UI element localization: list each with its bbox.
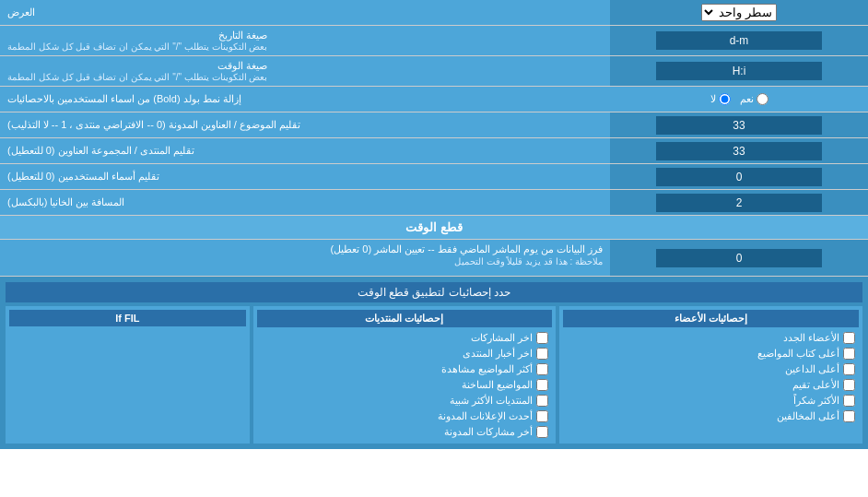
forum-trim-input-cell [610,138,868,163]
checkbox-blog-posts[interactable] [536,426,548,438]
radio-no-label[interactable]: لا [710,93,731,105]
checkbox-top-violators[interactable] [843,410,855,422]
time-filter-sublabel: ملاحظة : هذا قد يزيد قليلاً وقت التحميل [454,256,603,266]
forum-trim-title: تقليم المنتدى / المجموعة العناوين (0 للت… [7,145,194,157]
forum-trim-label: تقليم المنتدى / المجموعة العناوين (0 للت… [0,138,610,163]
date-format-label: صيغة التاريخ بعض التكوينات يتطلب "/" الت… [0,26,610,55]
time-format-input-cell [610,56,868,86]
checkbox-item: أعلى كتاب المواضيع [563,346,859,361]
checkbox-item: أعلى المخالفين [563,408,859,424]
checkbox-most-viewed[interactable] [536,363,548,375]
checkbox-most-forums[interactable] [536,395,548,407]
users-trim-row: تقليم أسماء المستخدمين (0 للتعطيل) [0,164,868,190]
stats-col-members-title: إحصائيات الأعضاء [563,310,859,327]
date-format-sublabel: بعض التكوينات يتطلب "/" التي يمكن ان تضا… [7,41,267,52]
checkbox-item: اخر المشاركات [257,330,553,346]
users-trim-input-cell [610,164,868,189]
users-trim-input[interactable] [656,168,822,186]
time-format-label: صيغة الوقت بعض التكوينات يتطلب "/" التي … [0,56,610,86]
radio-no[interactable] [719,93,731,105]
checkbox-item: المنتديات الأكثر شبية [257,393,553,408]
col-space-title: المسافة بين الخانيا (بالبكسل) [7,196,125,208]
users-trim-title: تقليم أسماء المستخدمين (0 للتعطيل) [7,171,159,183]
stats-col-forum-title: إحصائيات المنتديات [257,310,553,327]
checkbox-item: الأكثر شكراً [563,393,859,408]
time-format-row: صيغة الوقت بعض التكوينات يتطلب "/" التي … [0,56,868,87]
stats-col-members: إحصائيات الأعضاء الأعضاء الجدد أعلى كتاب… [559,306,862,444]
stats-header: حدد إحصائيات لتطبيق قطع الوقت [6,282,862,302]
checkbox-item: الأعلى تقيم [563,377,859,393]
header-row: العرض سطر واحد سطرين ثلاثة أسطر [0,0,868,26]
checkbox-most-thanks[interactable] [843,395,855,407]
topics-trim-input-cell [610,112,868,137]
bold-remove-label: إزالة نمط بولد (Bold) من اسماء المستخدمي… [0,87,610,112]
checkbox-item: أعلى الداعين [563,361,859,377]
forum-trim-row: تقليم المنتدى / المجموعة العناوين (0 للت… [0,138,868,164]
time-filter-row: فرز البيانات من يوم الماشر الماضي فقط --… [0,240,868,277]
time-format-input[interactable] [656,62,822,80]
col-space-input-cell [610,190,868,215]
date-format-input-cell [610,26,868,55]
checkbox-top-inviters[interactable] [843,363,855,375]
checkbox-item: المواضيع الساخنة [257,377,553,393]
display-input-cell: سطر واحد سطرين ثلاثة أسطر [610,0,868,25]
date-format-input[interactable] [656,31,822,50]
time-format-sublabel: بعض التكوينات يتطلب "/" التي يمكن ان تضا… [7,72,267,82]
radio-yes-label[interactable]: نعم [740,93,768,105]
stats-col-forum: إحصائيات المنتديات اخر المشاركات اخر أخب… [253,306,557,444]
col-space-label: المسافة بين الخانيا (بالبكسل) [0,190,610,215]
stats-section: حدد إحصائيات لتطبيق قطع الوقت If FIL إحص… [0,277,868,449]
topics-trim-input[interactable] [656,116,822,135]
checkbox-item: الأعضاء الجدد [563,330,859,346]
checkbox-hot-topics[interactable] [536,379,548,391]
col-space-input[interactable] [656,194,822,212]
time-filter-label: فرز البيانات من يوم الماشر الماضي فقط --… [0,240,610,276]
bold-remove-title: إزالة نمط بولد (Bold) من اسماء المستخدمي… [7,93,241,105]
bold-remove-row: إزالة نمط بولد (Bold) من اسماء المستخدمي… [0,87,868,112]
stats-col-right-title: If FIL [9,310,246,326]
forum-trim-input[interactable] [656,142,822,160]
time-filter-input-cell [610,240,868,276]
main-container: العرض سطر واحد سطرين ثلاثة أسطر صيغة الت… [0,0,868,449]
users-trim-label: تقليم أسماء المستخدمين (0 للتعطيل) [0,164,610,189]
display-text: العرض [7,6,35,18]
time-filter-title: فرز البيانات من يوم الماشر الماضي فقط --… [7,243,603,255]
checkbox-item: أخر مشاركات المدونة [257,424,553,440]
topics-trim-label: تقليم الموضوع / العناوين المدونة (0 -- ا… [0,112,610,137]
stats-col-right: If FIL [6,306,250,444]
bold-remove-radio-cell: نعم لا [610,87,868,112]
topics-trim-title: تقليم الموضوع / العناوين المدونة (0 -- ا… [7,119,300,131]
date-format-row: صيغة التاريخ بعض التكوينات يتطلب "/" الت… [0,26,868,56]
date-format-title: صيغة التاريخ [7,30,267,41]
display-label: العرض [0,0,610,25]
stats-grid: If FIL إحصائيات المنتديات اخر المشاركات … [6,306,862,444]
checkbox-item: اخر أخبار المنتدى [257,346,553,361]
time-format-title: صيغة الوقت [7,60,267,72]
checkbox-last-posts[interactable] [536,332,548,344]
topics-trim-row: تقليم الموضوع / العناوين المدونة (0 -- ا… [0,112,868,138]
time-filter-input[interactable] [656,249,822,267]
checkbox-announcements[interactable] [536,410,548,422]
checkbox-top-rated[interactable] [843,379,855,391]
col-space-row: المسافة بين الخانيا (بالبكسل) [0,190,868,216]
checkbox-new-members[interactable] [843,332,855,344]
display-dropdown[interactable]: سطر واحد سطرين ثلاثة أسطر [701,4,777,21]
checkbox-item: أكثر المواضيع مشاهدة [257,361,553,377]
checkbox-top-authors[interactable] [843,348,855,360]
checkbox-last-news[interactable] [536,348,548,360]
checkbox-item: أحدث الإعلانات المدونة [257,408,553,424]
radio-yes[interactable] [757,93,768,105]
time-section-header: قطع الوقت [0,216,868,240]
